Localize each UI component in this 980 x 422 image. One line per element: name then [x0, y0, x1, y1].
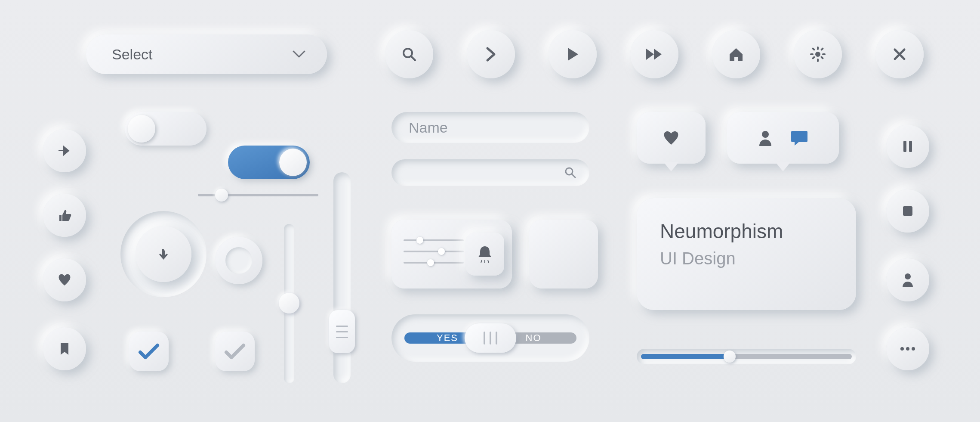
no-label: NO: [526, 332, 542, 344]
svg-line-18: [481, 260, 482, 263]
progress-thumb[interactable]: [724, 351, 736, 363]
slider-thumb[interactable]: [215, 189, 228, 202]
tooltip-user-chat[interactable]: [727, 112, 839, 164]
gear-icon: [810, 46, 826, 62]
search-input[interactable]: [391, 159, 589, 186]
play-icon: [566, 47, 579, 62]
svg-rect-13: [812, 56, 815, 59]
tooltip-heart[interactable]: [637, 112, 706, 164]
eq-dot[interactable]: [427, 259, 434, 266]
thumbs-up-icon: [58, 209, 71, 222]
grip-line: [336, 331, 348, 332]
eq-row[interactable]: [404, 251, 464, 252]
slider-vertical-wide[interactable]: [333, 172, 351, 383]
svg-marker-23: [795, 141, 800, 146]
more-icon: [900, 347, 915, 351]
progress-bar[interactable]: [637, 349, 856, 364]
home-icon: [728, 47, 744, 62]
yes-label: YES: [437, 332, 458, 344]
grip-line: [484, 332, 485, 344]
search-button[interactable]: [385, 30, 433, 78]
toggle-off[interactable]: [125, 112, 206, 146]
settings-button[interactable]: [794, 30, 842, 78]
select-label: Select: [112, 46, 153, 63]
play-button[interactable]: [549, 30, 597, 78]
fast-forward-icon: [645, 48, 663, 61]
svg-point-21: [762, 131, 769, 138]
eq-row[interactable]: [404, 239, 464, 241]
slider-thumb[interactable]: [279, 293, 299, 313]
chevron-down-icon: [293, 50, 305, 58]
select-dropdown[interactable]: Select: [86, 34, 327, 74]
svg-rect-6: [817, 47, 819, 50]
svg-point-29: [906, 347, 909, 351]
ring-indicator: [215, 237, 262, 284]
slider-vertical-thin[interactable]: [284, 224, 294, 383]
svg-point-28: [900, 347, 904, 351]
toggle-knob: [128, 115, 155, 143]
svg-marker-3: [646, 49, 654, 60]
grip-line: [336, 326, 348, 327]
svg-rect-12: [820, 47, 824, 51]
user-icon: [758, 130, 773, 146]
svg-line-1: [411, 56, 415, 60]
card-title: Neumorphism: [660, 220, 833, 243]
bookmark-button[interactable]: [43, 327, 86, 370]
like-button[interactable]: [43, 194, 86, 237]
svg-rect-25: [909, 141, 912, 152]
home-button[interactable]: [712, 30, 760, 78]
heart-button[interactable]: [43, 258, 86, 301]
next-button[interactable]: [467, 30, 515, 78]
empty-tile: [529, 220, 598, 289]
svg-line-20: [488, 260, 489, 263]
chat-icon: [790, 130, 808, 146]
eq-dot[interactable]: [438, 248, 445, 255]
svg-rect-26: [903, 206, 912, 216]
bell-button[interactable]: [465, 233, 504, 276]
heart-icon: [662, 130, 680, 146]
share-button[interactable]: [43, 129, 86, 172]
chevron-right-icon: [485, 47, 497, 62]
checkmark-icon: [138, 343, 160, 360]
card-subtitle: UI Design: [660, 249, 833, 268]
arrow-right-icon: [58, 145, 71, 156]
close-button[interactable]: [875, 30, 924, 78]
toggle-on[interactable]: [228, 146, 310, 179]
svg-rect-10: [812, 47, 815, 51]
svg-rect-24: [903, 141, 906, 152]
svg-point-27: [905, 273, 911, 279]
grip-line: [496, 332, 497, 344]
yes-no-switch[interactable]: YES NO: [391, 314, 589, 362]
svg-rect-11: [820, 56, 824, 59]
grip-line: [336, 337, 348, 338]
checkbox-checked-blue[interactable]: [129, 332, 169, 371]
eq-dot[interactable]: [416, 237, 423, 244]
heart-icon: [57, 273, 72, 286]
fast-forward-button[interactable]: [630, 30, 678, 78]
search-icon: [564, 167, 576, 179]
dial-outer[interactable]: [120, 211, 206, 297]
slider-thumb[interactable]: [329, 310, 355, 353]
more-button[interactable]: [886, 327, 929, 370]
eq-row[interactable]: [404, 262, 464, 264]
bell-icon: [477, 245, 493, 264]
name-input[interactable]: Name: [391, 112, 589, 143]
svg-point-30: [912, 347, 915, 351]
pause-icon: [903, 140, 913, 153]
stop-button[interactable]: [886, 189, 929, 233]
user-icon: [901, 273, 914, 287]
dial-knob[interactable]: [136, 226, 191, 282]
checkbox-checked-grey[interactable]: [215, 332, 255, 371]
toggle-knob: [279, 149, 307, 176]
profile-button[interactable]: [886, 258, 929, 301]
switch-knob[interactable]: [465, 323, 516, 353]
svg-marker-2: [568, 48, 578, 61]
equalizer-card: [391, 220, 512, 289]
pause-button[interactable]: [886, 125, 929, 168]
svg-point-5: [815, 52, 820, 57]
svg-line-17: [572, 174, 575, 177]
svg-rect-7: [817, 59, 819, 62]
slider-horizontal[interactable]: [198, 194, 318, 196]
svg-rect-8: [810, 53, 814, 55]
bookmark-icon: [59, 342, 70, 356]
